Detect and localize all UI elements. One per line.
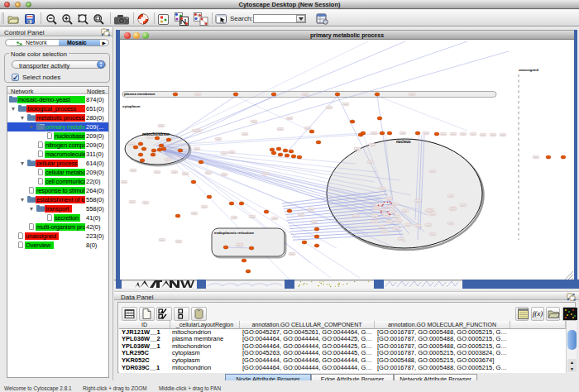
- svg-text:plasma membrane: plasma membrane: [124, 92, 156, 96]
- svg-text:cytoplasm: cytoplasm: [122, 104, 140, 108]
- svg-text:endoplasmic reticulum: endoplasmic reticulum: [214, 231, 254, 235]
- svg-text:mitochondrion: mitochondrion: [142, 132, 170, 136]
- svg-text:nucleus: nucleus: [396, 140, 411, 144]
- svg-text:unassigned: unassigned: [519, 68, 538, 72]
